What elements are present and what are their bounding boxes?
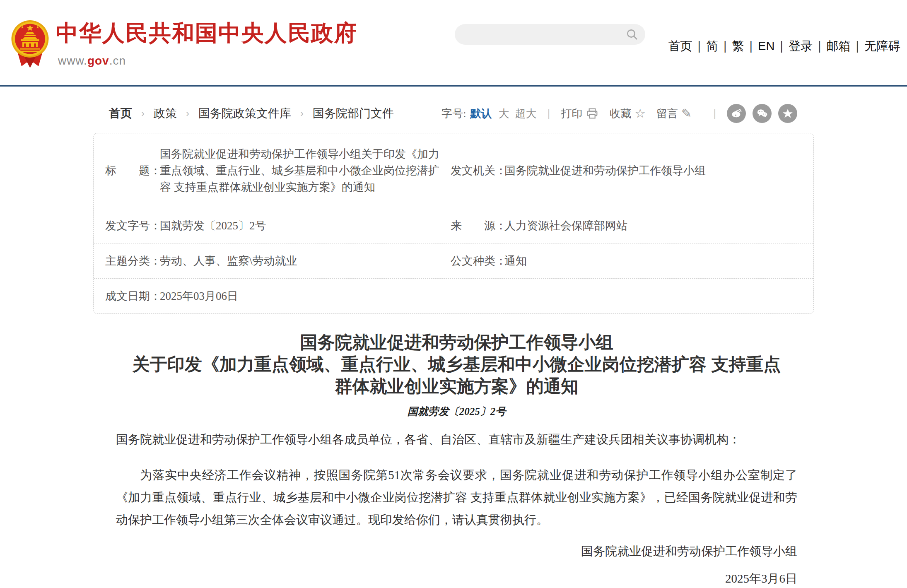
site-header: 中华人民共和国中央人民政府 www.gov.cn 首页|简|繁|EN|登录|邮箱… — [0, 0, 907, 85]
meta-value-source: 人力资源社会保障部网站 — [504, 217, 636, 234]
meta-label-date: 成文日期： — [105, 289, 160, 304]
site-url: www.gov.cn — [58, 54, 126, 67]
meta-label-doctype: 公文种类： — [451, 253, 504, 268]
signature-date: 2025年3月6日 — [116, 567, 797, 588]
document-title-line2: 关于印发《加力重点领域、重点行业、城乡基层和中小微企业岗位挖潜扩容 支持重点 — [116, 353, 797, 375]
favorite-label: 收藏 — [610, 106, 631, 121]
meta-row-category: 主题分类： 劳动、人事、监察\劳动就业 公文种类： 通知 — [94, 243, 813, 279]
meta-value-issuer: 国务院就业促进和劳动保护工作领导小组 — [504, 162, 714, 179]
header-divider — [0, 85, 907, 87]
toolbar-separator: | — [547, 107, 550, 120]
star-icon: ☆ — [634, 107, 646, 120]
nav-separator: | — [724, 39, 727, 53]
fontsize-xlarge-button[interactable]: 超大 — [515, 106, 536, 121]
comment-button[interactable]: 留言 ✎ — [656, 106, 692, 121]
meta-label-issuer: 发文机关： — [451, 163, 504, 178]
national-emblem-logo[interactable] — [10, 16, 50, 70]
document-title: 国务院就业促进和劳动保护工作领导小组 关于印发《加力重点领域、重点行业、城乡基层… — [116, 331, 797, 397]
document-paragraph-main: 为落实中央经济工作会议精神，按照国务院第51次常务会议要求，国务院就业促进和劳动… — [116, 464, 797, 531]
document-title-line3: 群体就业创业实施方案》的通知 — [116, 375, 797, 397]
url-cn: .cn — [109, 54, 126, 67]
comment-label: 留言 — [656, 106, 678, 121]
signature-organization: 国务院就业促进和劳动保护工作领导小组 — [116, 540, 797, 562]
nav-accessibility[interactable]: 无障碍 — [864, 39, 900, 53]
meta-value-category: 劳动、人事、监察\劳动就业 — [160, 253, 306, 269]
favorite-share-icon[interactable] — [778, 104, 797, 123]
meta-row-title: 标 题： 国务院就业促进和劳动保护工作领导小组关于印发《加力重点领域、重点行业、… — [94, 133, 813, 208]
meta-label-docnumber: 发文字号： — [105, 218, 160, 233]
meta-value-date: 2025年03月06日 — [160, 288, 246, 304]
breadcrumb-dept-documents[interactable]: 国务院部门文件 — [313, 106, 394, 121]
toolbar-separator: | — [713, 107, 716, 120]
meta-label-title: 标 题： — [105, 163, 160, 178]
pencil-icon: ✎ — [681, 107, 692, 120]
nav-separator: | — [856, 39, 859, 53]
weibo-share-icon[interactable] — [727, 104, 746, 123]
meta-row-date: 成文日期： 2025年03月06日 — [94, 279, 813, 313]
search-box[interactable] — [455, 24, 645, 45]
meta-label-source: 来 源： — [451, 218, 504, 233]
fontsize-large-button[interactable]: 大 — [498, 106, 509, 121]
nav-login[interactable]: 登录 — [789, 39, 813, 53]
meta-label-category: 主题分类： — [105, 253, 160, 268]
document-number: 国就劳发〔2025〕2号 — [116, 405, 797, 418]
meta-value-doctype: 通知 — [504, 253, 535, 269]
chevron-right-icon: › — [186, 108, 189, 119]
breadcrumb-policy[interactable]: 政策 — [154, 106, 177, 121]
nav-separator: | — [780, 39, 783, 53]
nav-traditional[interactable]: 繁 — [732, 39, 744, 53]
page-toolbar: 字号: 默认 大 超大 | 打印 收藏 ☆ 留言 ✎ | — [441, 104, 797, 123]
search-input[interactable] — [455, 24, 625, 45]
top-nav: 首页|简|繁|EN|登录|邮箱|无障碍 — [668, 38, 900, 55]
search-icon[interactable] — [625, 28, 639, 41]
share-icons — [727, 104, 797, 123]
print-button[interactable]: 打印 — [561, 106, 599, 121]
wechat-share-icon[interactable] — [753, 104, 772, 123]
document-paragraph-recipients: 国务院就业促进和劳动保护工作领导小组各成员单位，各省、自治区、直辖市及新疆生产建… — [116, 428, 797, 451]
url-gov: gov — [87, 54, 109, 67]
nav-separator: | — [818, 39, 821, 53]
fontsize-default-button[interactable]: 默认 — [470, 106, 492, 121]
document-meta-table: 标 题： 国务院就业促进和劳动保护工作领导小组关于印发《加力重点领域、重点行业、… — [93, 133, 814, 314]
meta-value-title: 国务院就业促进和劳动保护工作领导小组关于印发《加力重点领域、重点行业、城乡基层和… — [160, 146, 451, 195]
document-title-line1: 国务院就业促进和劳动保护工作领导小组 — [116, 331, 797, 353]
chevron-right-icon: › — [141, 108, 145, 119]
url-www: www. — [58, 54, 87, 67]
breadcrumb: 首页 › 政策 › 国务院政策文件库 › 国务院部门文件 — [109, 106, 394, 121]
document-body: 国务院就业促进和劳动保护工作领导小组各成员单位，各省、自治区、直辖市及新疆生产建… — [116, 428, 797, 588]
meta-value-docnumber: 国就劳发〔2025〕2号 — [160, 217, 275, 234]
breadcrumb-policy-library[interactable]: 国务院政策文件库 — [198, 106, 291, 121]
fontsize-label: 字号: — [441, 106, 466, 121]
chevron-right-icon: › — [300, 108, 304, 119]
nav-mail[interactable]: 邮箱 — [826, 39, 850, 53]
print-label: 打印 — [561, 106, 582, 121]
printer-icon — [586, 107, 599, 120]
nav-home[interactable]: 首页 — [668, 39, 692, 53]
nav-separator: | — [697, 39, 701, 53]
nav-simplified[interactable]: 简 — [706, 39, 718, 53]
favorite-button[interactable]: 收藏 ☆ — [610, 106, 646, 121]
meta-row-docnumber: 发文字号： 国就劳发〔2025〕2号 来 源： 人力资源社会保障部网站 — [94, 208, 813, 243]
site-title: 中华人民共和国中央人民政府 — [56, 18, 357, 48]
breadcrumb-home[interactable]: 首页 — [109, 106, 132, 121]
nav-english[interactable]: EN — [758, 39, 774, 53]
nav-separator: | — [750, 39, 753, 53]
